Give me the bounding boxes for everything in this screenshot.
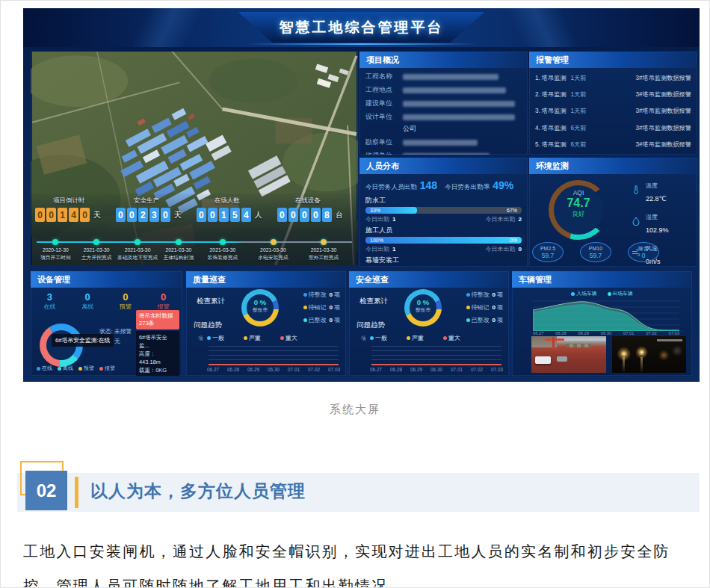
trend-legend-item[interactable]: 重大 xyxy=(280,334,297,342)
panel-vehicle-management: 车辆管理 入场车辆 出场车辆 xyxy=(512,271,692,376)
badge-value: 59.7 xyxy=(590,252,602,259)
donut-center-text: 0 % 整改率 xyxy=(241,298,279,314)
legend-item: 在线 xyxy=(37,365,52,372)
alarm-time: 1天前 xyxy=(571,74,587,82)
worker-group-partial: 幕墙安装工 xyxy=(359,253,528,267)
camera-feed-night[interactable] xyxy=(612,336,687,373)
noise-badge: 噪音 0 xyxy=(628,242,659,262)
legend-dot xyxy=(58,367,61,371)
panel-title: 报警管理 xyxy=(529,52,697,68)
alarm-description: 3#塔吊监测数据报警 xyxy=(635,90,691,99)
badge-line: 塔吊实时数据 xyxy=(139,312,173,319)
aqi-status: 良好 xyxy=(549,210,608,219)
metric-humidity: 湿度 102.9% xyxy=(632,208,694,235)
badge-value: 59.7 xyxy=(542,252,555,259)
redacted-value xyxy=(403,101,515,107)
attendance-rate-value: 49% xyxy=(493,179,513,191)
dashboard-header: 智慧工地综合管理平台 xyxy=(23,8,700,47)
panel-title: 车辆管理 xyxy=(512,271,692,288)
map-overlay: 项目倒计时 00140 天 安全生产 00230 天 xyxy=(31,194,358,265)
attended-value: 1 xyxy=(392,246,395,253)
alarm-item[interactable]: 5. 塔吊监测 6天前 3#塔吊监测数据报警 xyxy=(535,140,691,149)
title-plate: 智慧工地综合管理平台 xyxy=(238,12,485,43)
milestone-dot xyxy=(271,239,277,245)
counter: 在场人数 00154 人 xyxy=(197,196,273,222)
alarm-item[interactable]: 2. 塔吊监测 1天前 3#塔吊监测数据报警 xyxy=(535,90,691,99)
alarm-type: 塔吊监测 xyxy=(542,107,567,115)
info-load: 载重：0KG xyxy=(139,367,167,374)
trend-legend-item[interactable]: 重大 xyxy=(443,334,460,342)
equipment-stat: 3 在线 xyxy=(43,291,55,311)
milestone-label: 水电安装完成 xyxy=(248,254,299,261)
legend-dot xyxy=(303,306,307,309)
x-axis-label: 07.02 xyxy=(471,367,483,372)
bar-right-percent: 0% xyxy=(510,237,517,244)
alarm-description: 3#塔吊监测数据报警 xyxy=(635,107,691,115)
aqi-value: 74.7 xyxy=(549,196,608,210)
milestone-label: 装饰装修完成 xyxy=(197,254,248,261)
legend-dot xyxy=(407,336,410,340)
panel-quality-inspection: 质量巡查 检查累计 0 % 整改率 待整改 0 项 xyxy=(186,271,346,376)
rectification-rate-label: 整改率 xyxy=(241,306,279,314)
x-axis-label: 06.29 xyxy=(578,331,589,335)
donut-legend-item: 待销记 0 项 xyxy=(303,303,340,312)
satellite-map[interactable]: 项目倒计时 00140 天 安全生产 00230 天 xyxy=(31,52,358,265)
legend-dot xyxy=(466,318,470,322)
droplet-icon xyxy=(632,215,642,229)
bar-right-percent: 67% xyxy=(507,207,517,214)
legend-unit: 项 xyxy=(497,316,503,324)
field-label: 监理单位 xyxy=(365,151,403,155)
legend-value: 0 xyxy=(493,304,496,311)
panel-title: 环境监测 xyxy=(529,158,697,174)
legend-value: 0 xyxy=(330,304,333,311)
personnel-stats: 今日劳务人员出勤 148 今日劳务出勤率 49% xyxy=(359,174,528,194)
redacted-value xyxy=(403,114,515,120)
counter-unit: 天 xyxy=(174,210,182,220)
legend-label: 离线 xyxy=(63,365,73,372)
legend-label: 待整改 xyxy=(309,291,327,299)
camera-feed-day[interactable] xyxy=(531,336,606,373)
trend-legend-item[interactable]: 一般 xyxy=(370,334,387,342)
section-accent-bar xyxy=(75,477,78,508)
camera-timestamp xyxy=(657,339,682,341)
alarm-description: 3#塔吊监测数据报警 xyxy=(635,140,691,149)
legend-label: 已整改 xyxy=(472,316,490,324)
legend-dot xyxy=(443,336,447,340)
x-axis-label: 07.03 xyxy=(668,331,679,335)
equipment-stat: 0 预警 xyxy=(120,291,132,311)
counter-digits: 00154 xyxy=(197,208,253,222)
milestone-date: 2020-12-30 xyxy=(33,247,78,253)
dashboard: 智慧工地综合管理平台 xyxy=(23,8,700,382)
rectification-rate-label: 整改率 xyxy=(404,306,442,314)
alarm-item[interactable]: 1. 塔吊监测 1天前 3#塔吊监测数据报警 xyxy=(535,74,691,82)
stat-label: 预警 xyxy=(120,303,132,311)
alarm-item[interactable]: 4. 塔吊监测 6天前 3#塔吊监测数据报警 xyxy=(535,124,691,132)
legend-label: 预警 xyxy=(84,365,94,372)
field-label: 工程名称 xyxy=(365,72,403,81)
counter-label: 安全生产 xyxy=(134,196,192,205)
image-caption: 系统大屏 xyxy=(1,403,709,417)
counter-label: 在场人数 xyxy=(214,196,273,205)
legend-value: 0 xyxy=(330,291,333,298)
crane-shape xyxy=(552,337,555,350)
trend-legend-item[interactable]: 严重 xyxy=(407,334,424,342)
attended-label: 今日出勤 xyxy=(365,215,389,223)
legend-unit: 项 xyxy=(497,291,503,299)
alarm-index: 2. xyxy=(535,91,540,98)
counter-unit: 天 xyxy=(93,210,101,220)
article-page: 智慧工地综合管理平台 xyxy=(0,0,710,588)
alarm-item[interactable]: 3. 塔吊监测 1天前 3#塔吊监测数据报警 xyxy=(535,107,691,115)
pm10-badge: PM10 59.7 xyxy=(580,242,611,262)
gray-car-shape xyxy=(557,356,567,362)
stat-label: 离线 xyxy=(81,303,93,311)
legend-unit: 项 xyxy=(497,303,503,312)
trend-legend-item[interactable]: 严重 xyxy=(244,334,261,342)
counter-unit: 人 xyxy=(255,210,262,220)
trend-legend-item[interactable]: 一般 xyxy=(207,334,224,342)
x-axis-label: 07.01 xyxy=(288,367,300,372)
field-label: 建设单位 xyxy=(365,99,403,108)
crane-data-badge[interactable]: 塔吊实时数据 273条 xyxy=(136,310,179,329)
donut-center-text: 0 % 整改率 xyxy=(404,298,442,314)
legend-label: 严重 xyxy=(412,334,424,342)
legend-item: 离线 xyxy=(58,365,73,372)
